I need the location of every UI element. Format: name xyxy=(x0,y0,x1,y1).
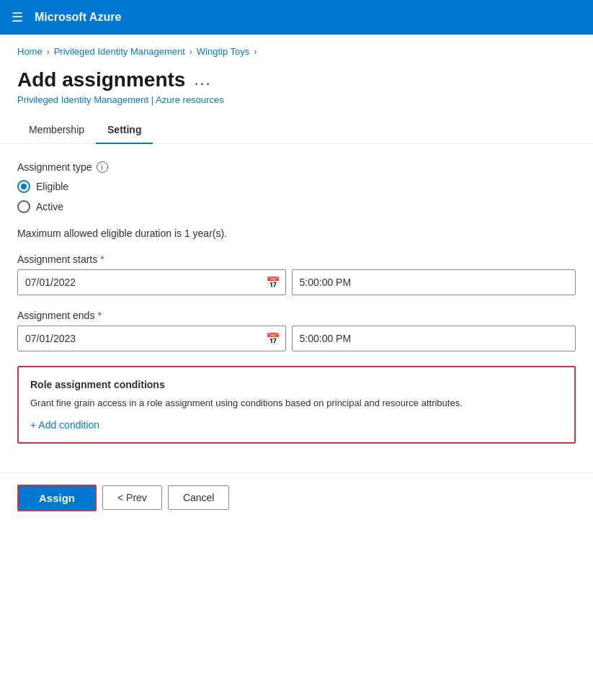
assignment-type-info-icon[interactable]: i xyxy=(97,161,108,173)
prev-button[interactable]: < Prev xyxy=(102,485,162,510)
tab-setting[interactable]: Setting xyxy=(96,117,153,144)
assignment-ends-label: Assignment ends * xyxy=(17,310,576,321)
ends-calendar-icon[interactable]: 📅 xyxy=(266,332,280,346)
assignment-type-label: Assignment type i xyxy=(17,161,576,173)
radio-eligible[interactable]: Eligible xyxy=(17,180,576,193)
hamburger-icon[interactable]: ☰ xyxy=(12,9,23,25)
assignment-type-group: Assignment type i Eligible Active xyxy=(17,161,576,213)
page-title: Add assignments xyxy=(17,68,185,91)
starts-date-input[interactable] xyxy=(17,269,286,295)
assignment-ends-group: Assignment ends * 📅 xyxy=(17,310,576,351)
header: ☰ Microsoft Azure xyxy=(0,0,593,35)
conditions-description: Grant fine grain access in a role assign… xyxy=(30,396,563,410)
breadcrumb-sep-1: › xyxy=(47,47,50,57)
breadcrumb: Home › Privileged Identity Management › … xyxy=(0,35,593,63)
tab-membership[interactable]: Membership xyxy=(17,117,96,144)
assignment-type-radio-group: Eligible Active xyxy=(17,180,576,213)
starts-required-star: * xyxy=(100,253,104,265)
ends-time-input[interactable] xyxy=(292,326,576,351)
cancel-button[interactable]: Cancel xyxy=(168,485,230,510)
footer: Assign < Prev Cancel xyxy=(0,472,593,523)
starts-time-input[interactable] xyxy=(292,269,576,295)
assignment-starts-row: 📅 xyxy=(17,269,576,295)
starts-date-wrapper: 📅 xyxy=(17,269,286,295)
assignment-ends-row: 📅 xyxy=(17,326,576,351)
radio-active[interactable]: Active xyxy=(17,200,576,213)
breadcrumb-sep-3: › xyxy=(254,47,257,57)
radio-eligible-circle xyxy=(17,180,30,193)
conditions-title: Role assignment conditions xyxy=(30,379,563,390)
ends-date-input[interactable] xyxy=(17,326,286,351)
assign-button[interactable]: Assign xyxy=(17,485,97,511)
starts-calendar-icon[interactable]: 📅 xyxy=(266,276,280,290)
radio-active-label: Active xyxy=(36,201,63,212)
assignment-starts-group: Assignment starts * 📅 xyxy=(17,253,576,295)
breadcrumb-pim[interactable]: Privileged Identity Management xyxy=(54,46,185,57)
breadcrumb-resource[interactable]: Wingtip Toys xyxy=(197,46,249,57)
breadcrumb-home[interactable]: Home xyxy=(17,46,43,57)
ends-required-star: * xyxy=(97,310,101,321)
content-area: Assignment type i Eligible Active Maximu… xyxy=(0,144,593,472)
assignment-starts-label: Assignment starts * xyxy=(17,253,576,265)
radio-active-circle xyxy=(17,200,30,213)
radio-eligible-label: Eligible xyxy=(36,181,68,192)
ends-date-wrapper: 📅 xyxy=(17,326,286,351)
conditions-box: Role assignment conditions Grant fine gr… xyxy=(17,366,576,444)
breadcrumb-sep-2: › xyxy=(190,47,192,57)
more-options-icon[interactable]: ... xyxy=(194,71,211,89)
page-title-row: Add assignments ... xyxy=(0,63,593,93)
app-title: Microsoft Azure xyxy=(35,11,121,24)
add-condition-link[interactable]: + Add condition xyxy=(30,419,99,431)
page-subtitle: Privileged Identity Management | Azure r… xyxy=(0,93,593,117)
max-duration-info: Maximum allowed eligible duration is 1 y… xyxy=(17,228,576,239)
tabs: Membership Setting xyxy=(0,117,593,144)
